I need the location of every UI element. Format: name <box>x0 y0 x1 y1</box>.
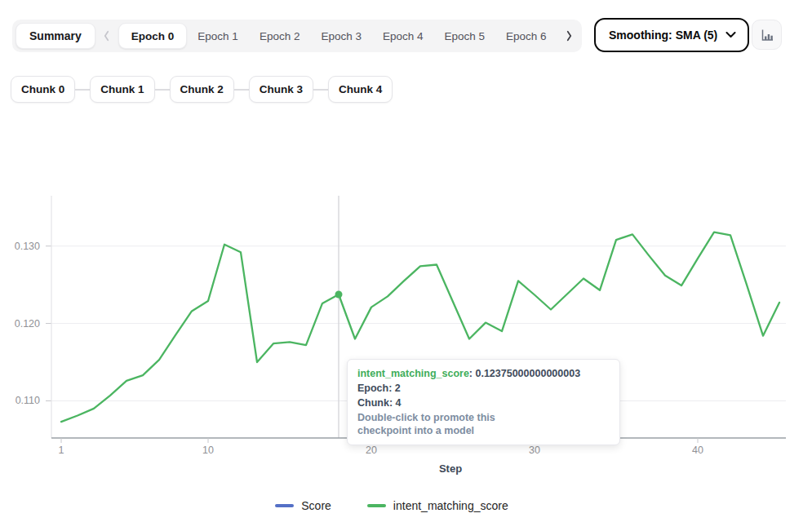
svg-text:1: 1 <box>59 445 64 456</box>
svg-text:Step: Step <box>439 462 462 475</box>
legend-item-score[interactable]: Score <box>275 499 331 512</box>
chunk-connector <box>75 89 90 91</box>
svg-text:20: 20 <box>366 445 377 456</box>
svg-text:10: 10 <box>202 445 214 456</box>
svg-text:30: 30 <box>529 445 540 456</box>
tab-epoch-0[interactable]: Epoch 0 <box>118 23 188 49</box>
chunk-tabs: Chunk 0Chunk 1Chunk 2Chunk 3Chunk 4 <box>11 76 393 103</box>
tab-epoch-3[interactable]: Epoch 3 <box>310 23 372 49</box>
chart-type-button[interactable] <box>752 20 782 50</box>
tab-chunk-0[interactable]: Chunk 0 <box>11 76 75 103</box>
svg-text:40: 40 <box>692 445 703 456</box>
tooltip-epoch-line: Epoch: 2 <box>357 382 610 395</box>
chunk-connector <box>234 89 249 91</box>
tab-chunk-2[interactable]: Chunk 2 <box>170 76 234 103</box>
tooltip-metric-value: 0.12375000000000003 <box>475 368 580 379</box>
tab-epoch-1[interactable]: Epoch 1 <box>187 23 249 49</box>
smoothing-label: Smoothing: SMA (5) <box>609 29 717 42</box>
tab-epoch-4[interactable]: Epoch 4 <box>372 23 434 49</box>
tooltip-metric-line: intent_matching_score: 0.123750000000000… <box>357 367 610 380</box>
tooltip-metric-name: intent_matching_score <box>357 368 469 379</box>
chart-tooltip: intent_matching_score: 0.123750000000000… <box>347 359 620 445</box>
legend-swatch <box>275 504 294 507</box>
tab-chunk-3[interactable]: Chunk 3 <box>249 76 313 103</box>
tab-epoch-6[interactable]: Epoch 6 <box>495 23 557 49</box>
chevron-left-icon[interactable] <box>97 23 117 49</box>
legend-item-intent_matching_score[interactable]: intent_matching_score <box>367 499 508 512</box>
epoch-tabstrip: Summary Epoch 0Epoch 1Epoch 2Epoch 3Epoc… <box>12 20 582 52</box>
chart-legend: Scoreintent_matching_score <box>0 499 783 512</box>
legend-label: Score <box>301 499 331 512</box>
checkpoint-metrics-panel: Summary Epoch 0Epoch 1Epoch 2Epoch 3Epoc… <box>0 0 812 522</box>
chevron-right-icon[interactable] <box>559 23 579 49</box>
tooltip-chunk-line: Chunk: 4 <box>357 396 610 409</box>
tab-epoch-5[interactable]: Epoch 5 <box>434 23 496 49</box>
chunk-connector <box>155 89 170 91</box>
chunk-connector <box>313 89 328 91</box>
tab-chunk-1[interactable]: Chunk 1 <box>90 76 154 103</box>
chevron-down-icon <box>725 32 736 38</box>
epoch-tabs: Epoch 0Epoch 1Epoch 2Epoch 3Epoch 4Epoch… <box>118 20 557 52</box>
tooltip-hint: Double-click to promote this checkpoint … <box>357 411 541 437</box>
tab-summary[interactable]: Summary <box>16 23 95 49</box>
legend-swatch <box>367 504 386 507</box>
smoothing-dropdown[interactable]: Smoothing: SMA (5) <box>594 18 749 52</box>
tab-chunk-4[interactable]: Chunk 4 <box>328 76 393 103</box>
legend-label: intent_matching_score <box>393 499 508 512</box>
tab-epoch-2[interactable]: Epoch 2 <box>249 23 311 49</box>
svg-text:0.110: 0.110 <box>16 395 40 406</box>
bar-chart-icon <box>760 28 774 42</box>
svg-text:0.130: 0.130 <box>15 241 40 252</box>
svg-text:0.120: 0.120 <box>15 318 40 330</box>
